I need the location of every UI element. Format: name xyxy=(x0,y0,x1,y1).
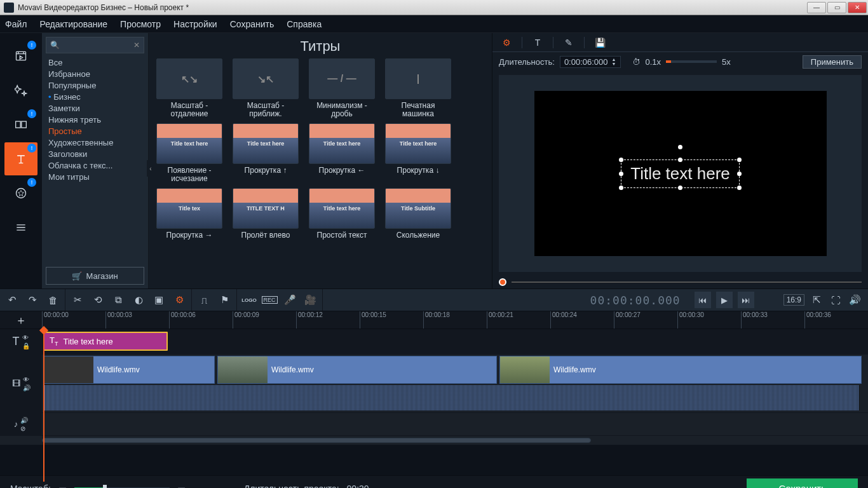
resize-handle[interactable] xyxy=(678,186,682,190)
tool-media[interactable]: ! xyxy=(4,39,37,72)
rotate-handle[interactable] xyxy=(678,145,682,149)
window-minimize-button[interactable]: — xyxy=(807,2,826,13)
title-clip[interactable]: TT Title text here xyxy=(43,332,168,351)
search-input[interactable]: 🔍 ✕ xyxy=(46,37,144,53)
collapse-panel-button[interactable]: ‹ xyxy=(147,160,154,177)
color-properties-button[interactable]: ✎ xyxy=(561,35,576,50)
eye-icon[interactable]: 👁 xyxy=(22,334,30,341)
zoom-out-icon[interactable]: ▭ xyxy=(58,484,67,489)
title-preset[interactable]: ↘↖Масштаб - приближ. xyxy=(233,58,299,118)
resize-handle[interactable] xyxy=(619,172,623,176)
apply-button[interactable]: Применить xyxy=(803,55,862,69)
video-clip[interactable]: Wildlife.wmv xyxy=(43,356,215,384)
speed-slider[interactable] xyxy=(666,60,717,63)
category-lower-third[interactable]: Нижняя треть xyxy=(48,114,142,126)
shop-button[interactable]: 🛒 Магазин xyxy=(46,267,144,285)
detach-preview-button[interactable]: ⇱ xyxy=(810,293,824,307)
text-properties-button[interactable]: T xyxy=(530,35,545,50)
menu-view[interactable]: Просмотр xyxy=(120,19,161,29)
tool-stickers[interactable]: ! xyxy=(4,177,37,210)
tool-filters[interactable] xyxy=(4,74,37,107)
title-preset[interactable]: Title text hereПоявление - исчезание xyxy=(156,123,222,183)
marker-button[interactable]: ⚑ xyxy=(217,293,231,307)
playhead-dot[interactable] xyxy=(499,278,506,286)
prev-frame-button[interactable]: ⏮ xyxy=(695,292,711,308)
redo-button[interactable]: ↷ xyxy=(25,293,39,307)
eye-icon[interactable]: 👁 xyxy=(23,376,31,383)
resize-handle[interactable] xyxy=(737,172,742,176)
tool-transitions[interactable]: ! xyxy=(4,108,37,141)
zoom-in-icon[interactable]: ▭ xyxy=(177,484,186,489)
title-preset[interactable]: Title text hereПрокрутка ↓ xyxy=(385,123,451,183)
volume-button[interactable]: 🔊 xyxy=(848,293,862,307)
video-track-head[interactable]: 🎞 👁🔊 xyxy=(0,355,42,412)
preview-seek-track[interactable] xyxy=(512,281,862,283)
title-preset[interactable]: TITLE TEXT HПролёт влево xyxy=(233,188,299,248)
menu-settings[interactable]: Настройки xyxy=(173,19,217,29)
menu-edit[interactable]: Редактирование xyxy=(39,19,107,29)
record-audio-button[interactable]: 🎤 xyxy=(283,293,297,307)
resize-handle[interactable] xyxy=(737,186,742,190)
lock-icon[interactable]: 🔒 xyxy=(22,342,30,349)
title-text-box[interactable]: Title text here xyxy=(621,159,740,188)
menu-save[interactable]: Сохранить xyxy=(230,19,275,29)
title-preset[interactable]: Title text hereПростой текст xyxy=(309,188,375,248)
speaker-icon[interactable]: 🔊 xyxy=(23,384,31,391)
camera-button[interactable]: 🎥 xyxy=(303,293,317,307)
title-preset[interactable]: Title SubtitleСкольжение xyxy=(385,188,451,248)
fullscreen-button[interactable]: ⛶ xyxy=(829,293,843,307)
rotate-button[interactable]: ⟲ xyxy=(91,293,105,307)
title-preset[interactable]: — / —Минимализм - дробь xyxy=(309,58,375,118)
category-fav[interactable]: Избранное xyxy=(48,69,142,80)
resize-handle[interactable] xyxy=(619,158,623,162)
spinner-arrows-icon[interactable]: ▲▼ xyxy=(612,57,616,66)
title-track-head[interactable]: T 👁🔒 xyxy=(0,329,42,354)
window-close-button[interactable]: ✕ xyxy=(848,2,867,13)
category-callouts[interactable]: Облачка с текс... xyxy=(48,160,142,172)
timeline-ruler[interactable]: ＋ 00:00:0000:00:0300:00:0600:00:0900:00:… xyxy=(0,311,868,329)
category-all[interactable]: Все xyxy=(48,57,142,69)
transition-wizard-button[interactable]: ▣ xyxy=(152,293,166,307)
crop-button[interactable]: ⧉ xyxy=(111,293,125,307)
clip-properties-button[interactable]: ⚙ xyxy=(172,293,186,307)
duration-input[interactable]: 0:00:06:000 ▲▼ xyxy=(560,56,621,68)
clip-properties-button[interactable]: ⚙ xyxy=(499,35,514,50)
video-clip[interactable]: Wildlife.wmv xyxy=(499,356,862,384)
speaker-icon[interactable]: 🔊 xyxy=(20,417,28,424)
link-icon[interactable]: ⊘ xyxy=(20,425,28,432)
window-maximize-button[interactable]: ▭ xyxy=(827,2,846,13)
tool-titles[interactable]: ! xyxy=(4,142,37,175)
save-preset-button[interactable]: 💾 xyxy=(592,35,607,50)
undo-button[interactable]: ↶ xyxy=(5,293,19,307)
play-button[interactable]: ▶ xyxy=(716,292,733,308)
category-artistic[interactable]: Художественные xyxy=(48,137,142,149)
title-preset[interactable]: Title text hereПрокрутка ↑ xyxy=(233,123,299,183)
logo-button[interactable]: LOGO xyxy=(242,293,256,307)
menu-file[interactable]: Файл xyxy=(5,19,27,29)
preview-video[interactable]: Title text here xyxy=(534,91,827,256)
record-video-button[interactable]: REC xyxy=(262,293,276,307)
aspect-ratio-button[interactable]: 16:9 xyxy=(783,294,804,306)
save-button[interactable]: Сохранить xyxy=(747,478,858,488)
color-adjust-button[interactable]: ◐ xyxy=(132,293,146,307)
title-track-lane[interactable]: TT Title text here xyxy=(42,329,868,354)
ruler-ticks[interactable]: 00:00:0000:00:0300:00:0600:00:0900:00:12… xyxy=(42,311,868,329)
resize-handle[interactable] xyxy=(619,186,623,190)
cut-button[interactable]: ✂ xyxy=(71,293,85,307)
category-simple[interactable]: Простые xyxy=(48,126,142,137)
resize-handle[interactable] xyxy=(678,158,682,162)
category-my[interactable]: Мои титры xyxy=(48,172,142,183)
scrollbar-thumb[interactable] xyxy=(42,438,591,443)
audio-track-head[interactable]: ♪ 🔊⊘ xyxy=(0,413,42,435)
timeline-scrollbar[interactable] xyxy=(0,436,868,445)
category-popular[interactable]: Популярные xyxy=(48,80,142,92)
category-notes[interactable]: Заметки xyxy=(48,103,142,114)
playhead[interactable] xyxy=(43,329,44,482)
title-preset[interactable]: |Печатная машинка xyxy=(385,58,451,118)
delete-button[interactable]: 🗑 xyxy=(46,293,60,307)
clear-search-icon[interactable]: ✕ xyxy=(133,41,140,50)
title-preset[interactable]: Title texПрокрутка → xyxy=(156,188,222,248)
menu-help[interactable]: Справка xyxy=(287,19,322,29)
resize-handle[interactable] xyxy=(737,158,742,162)
equalizer-button[interactable]: ⎍ xyxy=(197,293,211,307)
